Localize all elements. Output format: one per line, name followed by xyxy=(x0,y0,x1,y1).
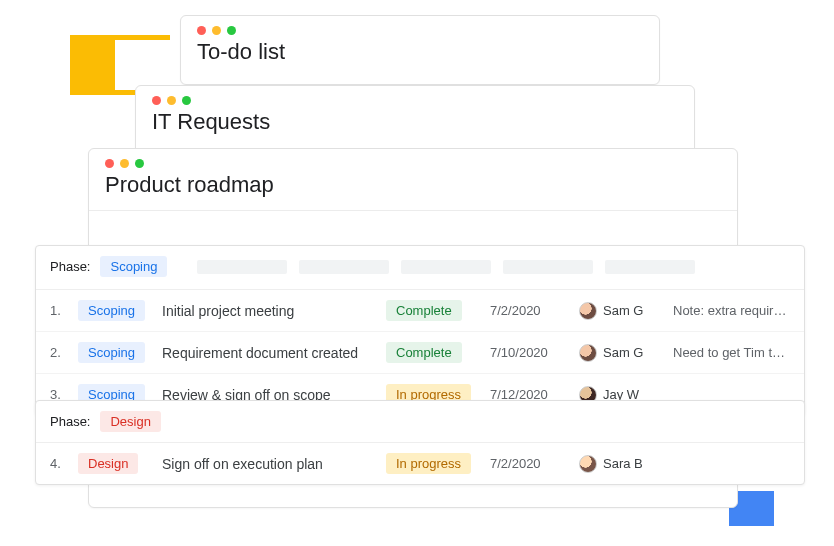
maximize-icon[interactable] xyxy=(227,26,236,35)
owner-name: Sara B xyxy=(603,456,643,471)
phase-section-design: Phase: Design 4. Design Sign off on exec… xyxy=(35,400,805,485)
close-icon[interactable] xyxy=(197,26,206,35)
phase-header: Phase: Scoping xyxy=(36,246,804,290)
divider xyxy=(89,210,737,211)
ghost-tab xyxy=(299,260,389,274)
table-row[interactable]: 4. Design Sign off on execution plan In … xyxy=(36,443,804,484)
task-date: 7/2/2020 xyxy=(490,456,565,471)
phase-header: Phase: Design xyxy=(36,401,804,443)
task-owner[interactable]: Sam G xyxy=(579,302,659,320)
task-owner[interactable]: Sara B xyxy=(579,455,659,473)
minimize-icon[interactable] xyxy=(167,96,176,105)
row-number: 1. xyxy=(50,303,64,318)
phase-pill-design[interactable]: Design xyxy=(100,411,160,432)
ghost-tabs xyxy=(197,260,695,274)
phase-pill[interactable]: Scoping xyxy=(78,300,145,321)
minimize-icon[interactable] xyxy=(120,159,129,168)
window-todo-list[interactable]: To-do list xyxy=(180,15,660,85)
status-pill[interactable]: Complete xyxy=(386,342,462,363)
close-icon[interactable] xyxy=(105,159,114,168)
avatar xyxy=(579,302,597,320)
phase-pill[interactable]: Scoping xyxy=(78,342,145,363)
ghost-tab xyxy=(401,260,491,274)
traffic-lights xyxy=(136,86,694,105)
owner-name: Sam G xyxy=(603,345,643,360)
owner-name: Sam G xyxy=(603,303,643,318)
status-pill[interactable]: Complete xyxy=(386,300,462,321)
phase-label: Phase: xyxy=(50,259,90,274)
close-icon[interactable] xyxy=(152,96,161,105)
row-number: 2. xyxy=(50,345,64,360)
task-title: Sign off on execution plan xyxy=(162,456,372,472)
ghost-tab xyxy=(197,260,287,274)
window-title: IT Requests xyxy=(136,105,694,147)
status-pill[interactable]: In progress xyxy=(386,453,471,474)
task-note: Note: extra requirement to... xyxy=(673,303,790,318)
window-title: Product roadmap xyxy=(89,168,737,210)
traffic-lights xyxy=(89,149,737,168)
phase-label: Phase: xyxy=(50,414,90,429)
ghost-tab xyxy=(605,260,695,274)
phase-pill[interactable]: Design xyxy=(78,453,138,474)
avatar xyxy=(579,455,597,473)
task-note: Need to get Tim to review xyxy=(673,345,790,360)
maximize-icon[interactable] xyxy=(182,96,191,105)
window-it-requests[interactable]: IT Requests xyxy=(135,85,695,155)
ghost-tab xyxy=(503,260,593,274)
task-title: Requirement document created xyxy=(162,345,372,361)
task-title: Initial project meeting xyxy=(162,303,372,319)
decorative-block-white xyxy=(115,40,170,90)
traffic-lights xyxy=(181,16,659,35)
phase-pill-scoping[interactable]: Scoping xyxy=(100,256,167,277)
table-row[interactable]: 1. Scoping Initial project meeting Compl… xyxy=(36,290,804,332)
window-title: To-do list xyxy=(181,35,659,77)
minimize-icon[interactable] xyxy=(212,26,221,35)
task-date: 7/10/2020 xyxy=(490,345,565,360)
task-owner[interactable]: Sam G xyxy=(579,344,659,362)
avatar xyxy=(579,344,597,362)
table-row[interactable]: 2. Scoping Requirement document created … xyxy=(36,332,804,374)
maximize-icon[interactable] xyxy=(135,159,144,168)
phase-section-scoping: Phase: Scoping 1. Scoping Initial projec… xyxy=(35,245,805,416)
task-date: 7/2/2020 xyxy=(490,303,565,318)
row-number: 4. xyxy=(50,456,64,471)
